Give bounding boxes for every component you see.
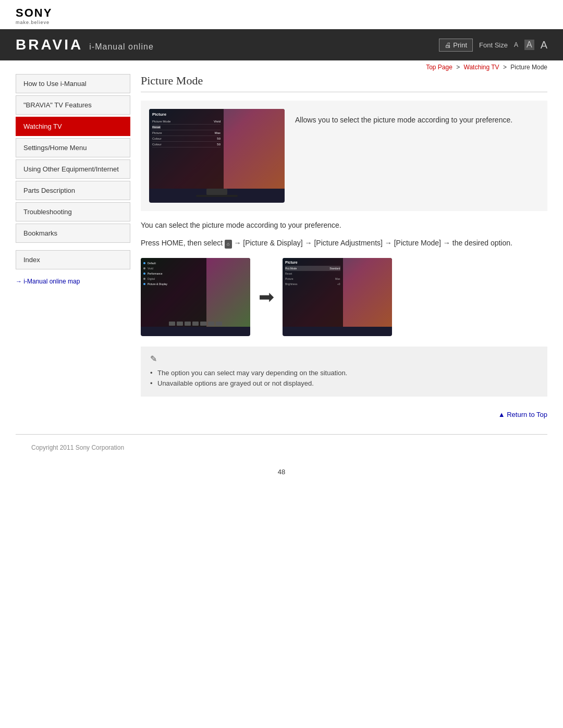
page-title: Picture Mode bbox=[141, 74, 547, 92]
top-bar-right: 🖨 Print Font Size A A A bbox=[439, 39, 547, 52]
step2-label-2: Reset bbox=[285, 272, 292, 275]
bravia-logo: BRAVIA i-Manual online bbox=[16, 36, 154, 53]
font-size-label: Font Size bbox=[479, 41, 508, 49]
step-icon-4 bbox=[192, 322, 199, 326]
dot-5a bbox=[143, 283, 145, 285]
step-menu-row-3a: Performance bbox=[143, 271, 204, 276]
step2-row-3: Picture Max bbox=[285, 276, 340, 281]
sidebar-item-how-to-use[interactable]: How to Use i-Manual bbox=[16, 74, 130, 93]
sidebar-map-link: → i-Manual online map bbox=[16, 274, 130, 288]
tv-base bbox=[196, 195, 238, 197]
sidebar-item-bravia-features[interactable]: "BRAVIA" TV Features bbox=[16, 95, 130, 115]
step-arrow: ➡ bbox=[259, 286, 274, 308]
step-screen-1: Default Vivid Performance Digital bbox=[141, 258, 250, 327]
intro-section: Picture Picture Mode Vivid Reset Picture… bbox=[141, 101, 547, 211]
tv-menu-row-3: Picture Max bbox=[152, 130, 221, 136]
tv-menu-overlay: Picture Picture Mode Vivid Reset Picture… bbox=[149, 109, 224, 189]
tv-menu-label-2: Reset bbox=[152, 126, 161, 129]
content-area: Picture Mode Picture Picture Mode Vivid … bbox=[141, 74, 547, 424]
step-img-1: Default Vivid Performance Digital bbox=[141, 258, 250, 336]
home-icon: ⌂ bbox=[225, 240, 231, 249]
tv-menu-label-1: Picture Mode bbox=[152, 120, 170, 123]
sidebar-item-bookmarks[interactable]: Bookmarks bbox=[16, 224, 130, 243]
imanual-brand: i-Manual online bbox=[89, 42, 154, 52]
sony-header: SONY make.believe bbox=[0, 0, 563, 29]
dot-4a bbox=[143, 278, 145, 280]
tv-stand bbox=[206, 189, 227, 195]
note-list: The option you can select may vary depen… bbox=[150, 368, 538, 390]
tv-menu-label-3: Picture bbox=[152, 131, 162, 134]
step2-row-4: Brightness +0 bbox=[285, 281, 340, 287]
breadcrumb-watching-tv[interactable]: Watching TV bbox=[464, 64, 499, 71]
sidebar-divider bbox=[16, 245, 130, 250]
font-size-medium[interactable]: A bbox=[524, 40, 534, 50]
font-size-large[interactable]: A bbox=[541, 39, 547, 51]
font-size-small[interactable]: A bbox=[514, 41, 518, 48]
print-button[interactable]: 🖨 Print bbox=[439, 39, 473, 52]
tv-menu-label-4: Colour bbox=[152, 137, 162, 140]
step2-label-3: Picture bbox=[285, 277, 293, 280]
step-bottom-icons bbox=[141, 322, 250, 326]
tv-menu-val-1: Vivid bbox=[214, 120, 221, 123]
sony-logo: SONY bbox=[16, 6, 547, 20]
note-icon: ✎ bbox=[150, 354, 538, 364]
step2-title: Picture bbox=[285, 261, 340, 264]
tv-menu-label-5: Colour bbox=[152, 143, 162, 146]
step-menu-text-2a: Vivid bbox=[148, 267, 153, 270]
sony-tagline: make.believe bbox=[16, 20, 547, 25]
footer-copyright: Copyright 2011 Sony Corporation bbox=[31, 444, 124, 451]
top-bar: BRAVIA i-Manual online 🖨 Print Font Size… bbox=[0, 29, 563, 60]
tv-screenshot-intro: Picture Picture Mode Vivid Reset Picture… bbox=[149, 109, 285, 203]
footer: Copyright 2011 Sony Corporation bbox=[16, 434, 547, 460]
step-menu-2-overlay: Picture Pict.Mode Standard Reset Picture… bbox=[283, 258, 343, 327]
bravia-brand: BRAVIA bbox=[16, 36, 83, 53]
steps-row: Default Vivid Performance Digital bbox=[141, 258, 547, 336]
step-icon-5 bbox=[200, 322, 206, 326]
sidebar: How to Use i-Manual "BRAVIA" TV Features… bbox=[16, 74, 130, 424]
step2-val-3: Max bbox=[335, 277, 340, 280]
step-bg-2: Picture Pict.Mode Standard Reset Picture… bbox=[283, 258, 392, 327]
intro-text: Allows you to select the picture mode ac… bbox=[295, 109, 512, 203]
page-number: 48 bbox=[0, 460, 563, 484]
tv-menu-title: Picture bbox=[152, 112, 221, 117]
tv-menu-row-1: Picture Mode Vivid bbox=[152, 119, 221, 125]
step-icon-7 bbox=[216, 322, 222, 326]
step2-row-2: Reset bbox=[285, 271, 340, 276]
step-icon-2 bbox=[177, 322, 183, 326]
body-text-press: Press HOME, then select ⌂ → [Picture & D… bbox=[141, 237, 547, 250]
step-menu-text-3a: Performance bbox=[148, 272, 163, 275]
step-img-2: Picture Pict.Mode Standard Reset Picture… bbox=[283, 258, 392, 336]
sidebar-item-settings[interactable]: Settings/Home Menu bbox=[16, 138, 130, 157]
breadcrumb-sep2: > bbox=[503, 64, 507, 71]
step2-label-1: Pict.Mode bbox=[285, 267, 297, 270]
sidebar-item-parts-description[interactable]: Parts Description bbox=[16, 181, 130, 200]
tv-menu-val-3: Max bbox=[215, 131, 221, 134]
note-section: ✎ The option you can select may vary dep… bbox=[141, 347, 547, 397]
step2-val-4: +0 bbox=[337, 282, 340, 286]
breadcrumb-top-page[interactable]: Top Page bbox=[426, 64, 452, 71]
return-top-link[interactable]: ▲ Return to Top bbox=[498, 411, 547, 418]
note-item-1: The option you can select may vary depen… bbox=[150, 368, 538, 379]
step-icon-1 bbox=[169, 322, 175, 326]
sidebar-item-troubleshooting[interactable]: Troubleshooting bbox=[16, 202, 130, 221]
step-menu-row-h1: Default bbox=[143, 261, 204, 266]
main-layout: How to Use i-Manual "BRAVIA" TV Features… bbox=[0, 74, 563, 434]
breadcrumb-current: Picture Mode bbox=[510, 64, 547, 71]
dot-1 bbox=[143, 262, 145, 264]
sidebar-item-index[interactable]: Index bbox=[16, 250, 130, 269]
tv-screen: Picture Picture Mode Vivid Reset Picture… bbox=[149, 109, 285, 189]
tv-menu-row-4: Colour 50 bbox=[152, 136, 221, 142]
breadcrumb-sep1: > bbox=[456, 64, 460, 71]
dot-3a bbox=[143, 273, 145, 275]
sidebar-item-other-equipment[interactable]: Using Other Equipment/Internet bbox=[16, 159, 130, 179]
sidebar-item-watching-tv[interactable]: Watching TV bbox=[16, 117, 130, 136]
step-menu-overlay-1: Default Vivid Performance Digital bbox=[141, 258, 206, 327]
imanual-map-link[interactable]: → i-Manual online map bbox=[16, 278, 80, 285]
step-menu-row-5a: Picture & Display bbox=[143, 281, 204, 287]
step-icon-6 bbox=[208, 322, 214, 326]
step2-label-4: Brightness bbox=[285, 282, 298, 286]
step2-row-1: Pict.Mode Standard bbox=[285, 266, 340, 271]
return-to-top: ▲ Return to Top bbox=[141, 405, 547, 424]
step-menu-text-1: Default bbox=[148, 262, 156, 265]
tv-menu-row-2: Reset bbox=[152, 125, 221, 130]
